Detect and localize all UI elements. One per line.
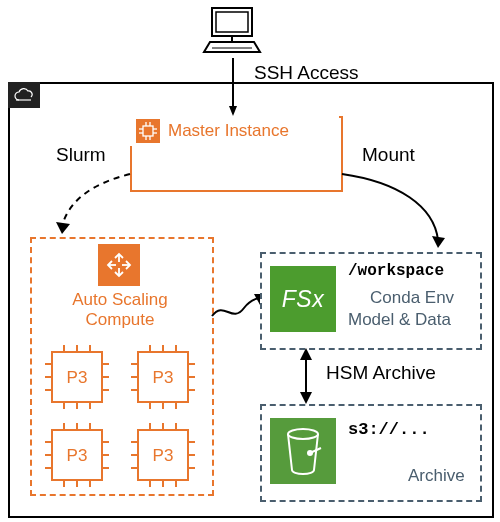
svg-marker-15 [56,222,70,234]
svg-text:P3: P3 [153,446,174,465]
p3-node: P3 [42,342,112,416]
hsm-label: HSM Archive [326,362,436,384]
scaling-icon [98,244,140,286]
s3-icon [270,418,336,484]
p3-label: P3 [67,368,88,387]
svg-marker-75 [300,392,312,404]
master-instance-label: Master Instance [168,121,289,141]
slurm-arrow [50,168,140,238]
mount-label: Mount [362,144,415,166]
workspace-path: /workspace [348,262,444,280]
cloud-icon [8,82,40,108]
hsm-arrow [298,348,314,404]
modeldata-label: Model & Data [348,310,451,330]
master-instance-header: Master Instance [130,116,339,146]
ssh-arrow [229,58,237,116]
autoscaling-label: Auto Scaling Compute [30,290,210,330]
chip-icon [136,119,160,143]
svg-text:P3: P3 [67,446,88,465]
conda-label: Conda Env [370,288,454,308]
s3-path: s3://... [348,420,430,439]
ssh-label: SSH Access [254,62,359,84]
slurm-label: Slurm [56,144,106,166]
workstation-icon [200,4,264,60]
fsx-icon: FSx [270,266,336,332]
mount-arrow [338,168,448,252]
p3-node: P3 [128,342,198,416]
svg-point-76 [288,429,318,439]
svg-rect-6 [143,126,153,136]
svg-marker-16 [432,236,445,248]
svg-text:P3: P3 [153,368,174,387]
svg-marker-5 [229,106,237,116]
p3-node: P3 [128,420,198,494]
svg-rect-1 [216,12,248,32]
archive-label: Archive [408,466,465,486]
svg-marker-74 [300,348,312,360]
p3-node: P3 [42,420,112,494]
